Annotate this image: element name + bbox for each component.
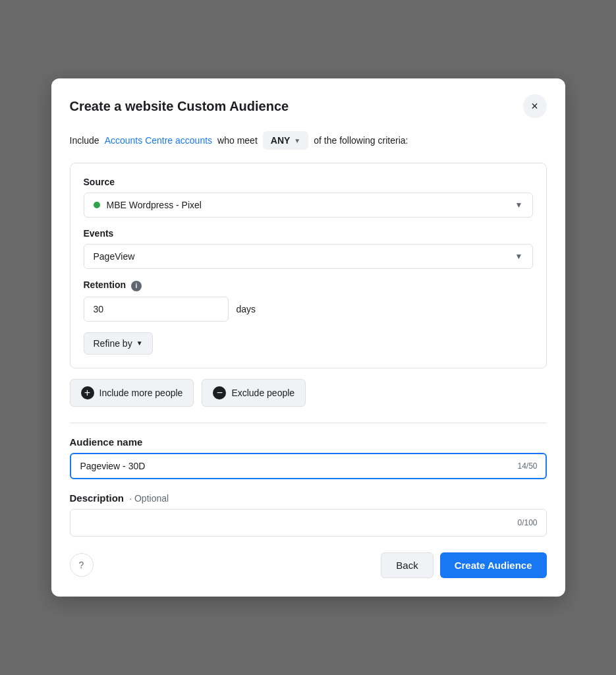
include-middle: who meet bbox=[217, 135, 258, 146]
include-prefix: Include bbox=[70, 135, 99, 146]
modal-footer: ? Back Create Audience bbox=[70, 552, 547, 578]
audience-name-label: Audience name bbox=[70, 436, 547, 448]
exclude-minus-icon: − bbox=[213, 386, 226, 399]
description-input[interactable] bbox=[70, 509, 547, 537]
audience-name-char-count: 14/50 bbox=[517, 461, 537, 471]
events-dropdown[interactable]: PageView ▼ bbox=[84, 244, 533, 269]
retention-row: days bbox=[84, 297, 533, 322]
any-chevron-down-icon: ▼ bbox=[294, 137, 300, 144]
modal-title: Create a website Custom Audience bbox=[70, 99, 289, 114]
description-char-count: 0/100 bbox=[517, 518, 537, 527]
help-icon: ? bbox=[79, 560, 84, 570]
action-row: + Include more people − Exclude people bbox=[70, 379, 547, 407]
pixel-status-dot bbox=[94, 202, 100, 208]
audience-name-field: 14/50 bbox=[70, 453, 547, 479]
refine-by-button[interactable]: Refine by ▼ bbox=[84, 332, 153, 355]
any-dropdown[interactable]: ANY ▼ bbox=[263, 131, 308, 150]
retention-info-icon[interactable]: i bbox=[131, 281, 142, 291]
source-chevron-down-icon: ▼ bbox=[515, 200, 523, 210]
create-audience-button[interactable]: Create Audience bbox=[440, 552, 547, 578]
events-chevron-down-icon: ▼ bbox=[515, 252, 523, 261]
footer-actions: Back Create Audience bbox=[381, 552, 546, 578]
description-optional-label: · Optional bbox=[129, 493, 169, 504]
close-button[interactable]: × bbox=[523, 94, 547, 118]
retention-input[interactable] bbox=[84, 297, 229, 322]
close-icon: × bbox=[531, 100, 538, 113]
modal-header: Create a website Custom Audience × bbox=[70, 94, 547, 118]
days-label: days bbox=[237, 304, 256, 314]
source-label: Source bbox=[84, 177, 533, 187]
modal: Create a website Custom Audience × Inclu… bbox=[51, 78, 565, 597]
include-more-label: Include more people bbox=[99, 388, 183, 398]
criteria-box: Source MBE Wordpress - Pixel ▼ Events Pa… bbox=[70, 163, 547, 368]
description-field: 0/100 bbox=[70, 509, 547, 537]
exclude-label: Exclude people bbox=[231, 388, 294, 398]
source-dropdown[interactable]: MBE Wordpress - Pixel ▼ bbox=[84, 192, 533, 218]
any-label: ANY bbox=[271, 135, 291, 146]
include-plus-icon: + bbox=[81, 386, 94, 399]
exclude-people-button[interactable]: − Exclude people bbox=[202, 379, 306, 407]
events-value: PageView bbox=[94, 251, 135, 262]
refine-by-chevron-down-icon: ▼ bbox=[136, 339, 143, 347]
backdrop: Create a website Custom Audience × Inclu… bbox=[0, 0, 616, 675]
accounts-centre-link[interactable]: Accounts Centre accounts bbox=[105, 135, 212, 146]
divider bbox=[70, 423, 547, 423]
description-label: Description · Optional bbox=[70, 492, 547, 504]
retention-label: Retention i bbox=[84, 279, 533, 291]
source-value: MBE Wordpress - Pixel bbox=[107, 200, 202, 210]
back-button[interactable]: Back bbox=[381, 552, 433, 578]
events-label: Events bbox=[84, 228, 533, 239]
include-suffix: of the following criteria: bbox=[314, 135, 408, 146]
audience-name-input[interactable] bbox=[70, 453, 547, 479]
include-more-button[interactable]: + Include more people bbox=[70, 379, 194, 407]
include-row: Include Accounts Centre accounts who mee… bbox=[70, 131, 547, 150]
refine-by-label: Refine by bbox=[94, 338, 132, 349]
help-button[interactable]: ? bbox=[70, 553, 94, 577]
